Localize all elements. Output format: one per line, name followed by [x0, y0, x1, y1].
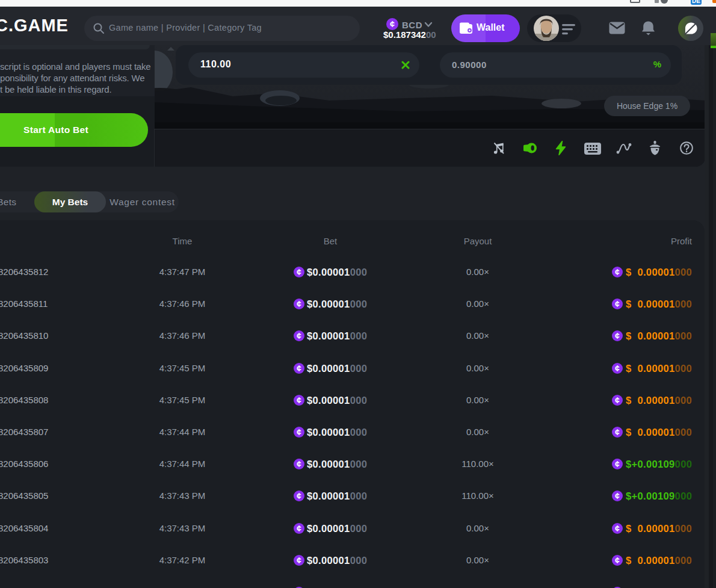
svg-text:¢: ¢ [615, 491, 620, 501]
svg-text:¢: ¢ [615, 364, 620, 373]
svg-text:¢: ¢ [615, 459, 620, 469]
svg-text:¢: ¢ [615, 299, 620, 309]
svg-text:¢: ¢ [615, 395, 620, 405]
svg-text:¢: ¢ [615, 331, 620, 341]
svg-text:¢: ¢ [297, 299, 301, 309]
svg-text:¢: ¢ [615, 556, 620, 565]
svg-text:¢: ¢ [297, 491, 301, 501]
svg-text:¢: ¢ [297, 524, 301, 533]
svg-text:¢: ¢ [297, 556, 301, 565]
svg-text:¢: ¢ [297, 331, 301, 341]
svg-text:¢: ¢ [297, 395, 301, 405]
svg-text:¢: ¢ [615, 427, 620, 437]
svg-text:¢: ¢ [297, 364, 301, 373]
svg-text:¢: ¢ [390, 19, 395, 29]
svg-text:¢: ¢ [297, 427, 301, 437]
svg-text:¢: ¢ [615, 267, 620, 277]
svg-text:¢: ¢ [615, 524, 620, 533]
svg-text:¢: ¢ [297, 267, 301, 277]
svg-text:¢: ¢ [297, 459, 301, 469]
